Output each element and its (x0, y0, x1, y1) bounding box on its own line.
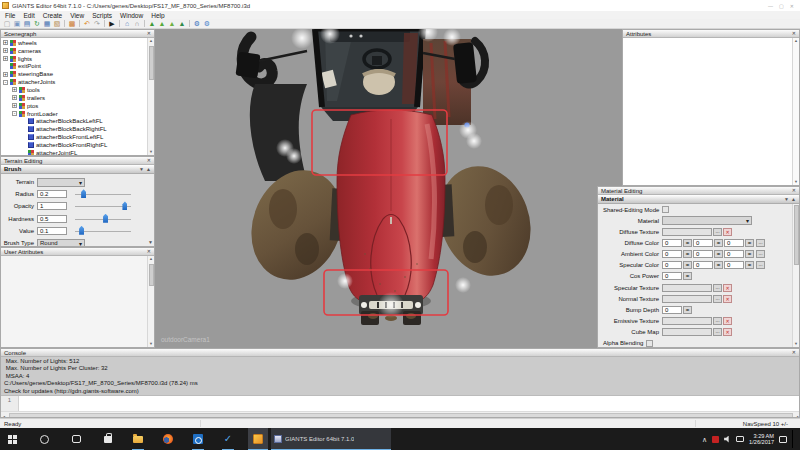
clear-button[interactable]: ✕ (723, 295, 732, 303)
tree-node-frontLoader[interactable]: -frontLoader (1, 110, 147, 118)
color-picker-button[interactable]: ... (756, 239, 765, 247)
value-input[interactable]: 0 (662, 239, 682, 247)
scroll-down-icon[interactable]: ▼ (149, 341, 153, 346)
close-icon[interactable]: ✕ (792, 31, 796, 36)
value-input[interactable]: 0.1 (37, 227, 67, 235)
network-icon[interactable] (736, 436, 744, 442)
browse-button[interactable]: ... (713, 284, 722, 292)
value-input[interactable]: 0.2 (37, 190, 67, 198)
slider-thumb[interactable] (79, 226, 84, 235)
action-center-icon[interactable] (779, 436, 787, 443)
spinner-button[interactable]: ◂▸ (745, 261, 754, 269)
value-input[interactable]: 0 (662, 272, 682, 280)
options-gear-button[interactable]: ⚙ (192, 19, 202, 28)
undo-button[interactable]: ↶ (82, 19, 92, 28)
reload-button[interactable]: ↻ (32, 19, 42, 28)
expand-icon[interactable]: + (3, 48, 8, 53)
dropdown-terrain[interactable]: ▾ (37, 178, 85, 187)
browse-button[interactable]: ... (713, 228, 722, 236)
tree-node-cameras[interactable]: +cameras (1, 47, 147, 55)
expand-icon[interactable]: + (12, 87, 17, 92)
render-gear-button[interactable]: ⚙ (202, 19, 212, 28)
tree-node-steeringBase[interactable]: +steeringBase (1, 70, 147, 78)
expand-icon[interactable]: + (12, 103, 17, 108)
menu-item-edit[interactable]: Edit (19, 12, 38, 19)
value-input[interactable]: 1 (37, 202, 67, 210)
console-horizontal-scrollbar[interactable]: ◂ ▸ (1, 411, 800, 418)
checkbox[interactable] (662, 206, 669, 213)
tree-node-attacherBlockFrontLeftFL[interactable]: attacherBlockFrontLeftFL (1, 133, 147, 141)
scroll-up-icon[interactable]: ▲ (791, 197, 796, 202)
menu-item-create[interactable]: Create (39, 12, 67, 19)
task-view-button[interactable] (66, 428, 86, 450)
spinner-button[interactable]: ◂▸ (745, 239, 754, 247)
expand-icon[interactable]: + (3, 72, 8, 77)
show-desktop-button[interactable] (792, 430, 796, 448)
scroll-down-icon[interactable]: ▼ (149, 149, 153, 154)
scroll-up-icon[interactable]: ▲ (149, 256, 153, 261)
value-input[interactable] (662, 317, 712, 325)
value-input[interactable] (662, 328, 712, 336)
giants-editor-button[interactable] (248, 428, 268, 450)
firefox-button[interactable] (158, 428, 178, 450)
tree-node-attacherBlockBackLeftFL[interactable]: attacherBlockBackLeftFL (1, 117, 147, 125)
new-file-button[interactable]: ▢ (2, 19, 12, 28)
terrain-raise-button[interactable]: ▲ (147, 19, 157, 28)
dropdown-brush-type[interactable]: Round▾ (37, 239, 85, 247)
slider-thumb[interactable] (122, 201, 127, 210)
scroll-up-icon[interactable]: ▲ (146, 167, 151, 172)
lock-button[interactable]: ∩ (132, 19, 142, 28)
redo-button[interactable]: ↷ (92, 19, 102, 28)
clear-button[interactable]: ✕ (723, 317, 732, 325)
tray-app-icon[interactable] (712, 436, 719, 443)
spinner-button[interactable]: ◂▸ (745, 250, 754, 258)
terrain-lower-button[interactable]: ▲ (157, 19, 167, 28)
tray-chevron-icon[interactable]: ∧ (702, 436, 707, 443)
value-input[interactable]: 0 (693, 261, 713, 269)
slider-hardness[interactable] (75, 214, 131, 224)
file-explorer-button[interactable] (128, 428, 148, 450)
value-input[interactable] (662, 295, 712, 303)
value-input[interactable]: 0 (693, 239, 713, 247)
spinner-button[interactable]: ◂▸ (714, 239, 723, 247)
filter-funnel-icon[interactable]: ▼ (784, 197, 789, 202)
menu-item-view[interactable]: View (66, 12, 88, 19)
value-input[interactable]: 0 (662, 306, 682, 314)
terrain-paint-button[interactable]: ▲ (177, 19, 187, 28)
value-input[interactable]: 0 (724, 261, 744, 269)
scroll-up-icon[interactable]: ▲ (794, 38, 798, 43)
terrain-smooth-button[interactable]: ▲ (167, 19, 177, 28)
save-disk-button[interactable]: ▦ (42, 19, 52, 28)
maximize-icon[interactable]: ▢ (779, 3, 784, 9)
close-icon[interactable]: ✕ (790, 3, 794, 9)
browse-button[interactable]: ... (713, 328, 722, 336)
scroll-down-icon[interactable]: ▼ (794, 179, 798, 184)
tree-node-exitPoint[interactable]: exitPoint (1, 63, 147, 71)
spinner-button[interactable]: ◂▸ (683, 272, 692, 280)
clear-button[interactable]: ✕ (723, 328, 732, 336)
menu-item-scripts[interactable]: Scripts (88, 12, 116, 19)
minimize-icon[interactable]: — (768, 3, 773, 9)
close-icon[interactable]: ✕ (147, 249, 151, 254)
spinner-button[interactable]: ◂▸ (683, 239, 692, 247)
tree-node-attacherJoints[interactable]: -attacherJoints (1, 78, 147, 86)
value-input[interactable]: 0 (724, 239, 744, 247)
tree-node-tools[interactable]: +tools (1, 86, 147, 94)
active-window-button[interactable]: GIANTS Editor 64bit 7.1.0 (271, 428, 391, 450)
browse-button[interactable]: ... (713, 317, 722, 325)
slider-radius[interactable] (75, 189, 131, 199)
scenegraph-scrollbar[interactable]: ▲ ▼ (147, 38, 154, 155)
attributes-scrollbar[interactable]: ▲ ▼ (792, 38, 799, 185)
check-app-button[interactable]: ✓ (218, 428, 238, 450)
user-attributes-scrollbar[interactable]: ▲ ▼ (147, 256, 154, 347)
value-input[interactable] (662, 228, 712, 236)
tree-node-ptos[interactable]: +ptos (1, 102, 147, 110)
slider-thumb[interactable] (103, 214, 108, 223)
menu-item-file[interactable]: File (1, 12, 19, 19)
slider-opacity[interactable] (75, 201, 131, 211)
home-button[interactable]: ⌂ (122, 19, 132, 28)
scroll-down-icon[interactable]: ▼ (148, 240, 153, 245)
spinner-button[interactable]: ◂▸ (714, 261, 723, 269)
value-input[interactable]: 0 (662, 261, 682, 269)
store-button[interactable] (98, 428, 118, 450)
